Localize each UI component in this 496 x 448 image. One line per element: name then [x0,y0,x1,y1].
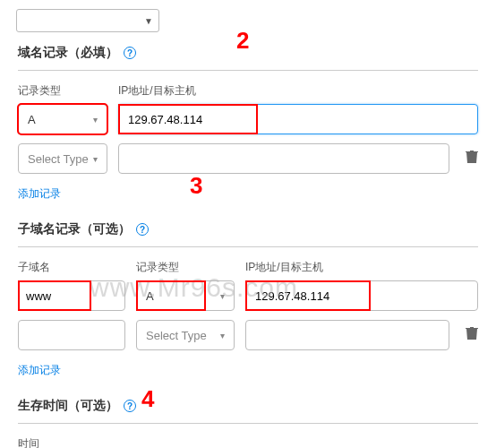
section-ttl-title: 生存时间（可选） [18,398,118,414]
ip-input-1[interactable] [118,104,478,134]
domain-row-1: A ▾ [18,104,478,134]
subdomain-type-wrapper: A ▾ [136,280,235,311]
label-record-type-2: 记录类型 [136,260,235,275]
subdomain-input-1[interactable] [18,280,125,311]
annotation-3: 3 [190,172,202,200]
info-icon[interactable]: ? [124,400,136,412]
subdomain-type-placeholder: Select Type [146,329,207,342]
chevron-down-icon: ▾ [220,291,225,301]
subdomain-type-value: A [146,289,154,303]
record-type-value: A [28,113,36,126]
section-domain-records-title: 域名记录（必填） [18,45,118,61]
trash-icon[interactable] [466,150,478,168]
chevron-down-icon: ▾ [220,331,225,340]
annotation-4: 4 [141,385,154,413]
record-type-select-1[interactable]: A ▾ [18,104,107,134]
label-record-type: 记录类型 [18,83,107,99]
subdomain-row-2: Select Type ▾ [18,320,478,350]
subdomain-type-select-1[interactable]: A ▾ [136,280,235,311]
subdomain-ip-input-2[interactable] [245,320,449,350]
subdomain-ip-wrapper [245,280,478,311]
subdomain-ip-input-1[interactable] [245,280,478,311]
add-domain-record-link[interactable]: 添加记录 [18,186,61,202]
ip-input-wrapper-1 [118,104,478,134]
info-icon[interactable]: ? [136,223,149,236]
chevron-down-icon: ▾ [93,115,98,125]
subdomain-row-1: A ▾ [18,280,478,311]
label-time: 时间 [18,436,478,448]
subdomain-input-2[interactable] [18,320,125,350]
domain-row-2: Select Type ▾ [18,143,478,174]
record-type-placeholder: Select Type [28,152,89,166]
top-dropdown[interactable]: ▼ [16,9,159,32]
section-subdomain-header: 子域名记录（可选） ? [18,211,478,247]
info-icon[interactable]: ? [124,47,136,59]
label-ip-target: IP地址/目标主机 [118,83,478,99]
domain-labels-row: 记录类型 IP地址/目标主机 [18,83,478,99]
label-ip-target-2: IP地址/目标主机 [245,260,478,275]
chevron-down-icon: ▼ [144,16,153,26]
annotation-2: 2 [236,27,249,55]
trash-icon[interactable] [466,326,478,344]
section-ttl-header: 生存时间（可选） ? [18,387,478,424]
record-type-select-2[interactable]: Select Type ▾ [18,143,107,174]
add-subdomain-record-link[interactable]: 添加记录 [18,363,61,378]
subdomain-input-wrapper [18,280,125,311]
label-subdomain: 子域名 [18,260,125,275]
ip-input-2[interactable] [118,143,449,174]
chevron-down-icon: ▾ [93,154,98,164]
subdomain-labels-row: 子域名 记录类型 IP地址/目标主机 [18,260,478,275]
section-subdomain-title: 子域名记录（可选） [18,221,131,237]
subdomain-type-select-2[interactable]: Select Type ▾ [136,320,235,350]
